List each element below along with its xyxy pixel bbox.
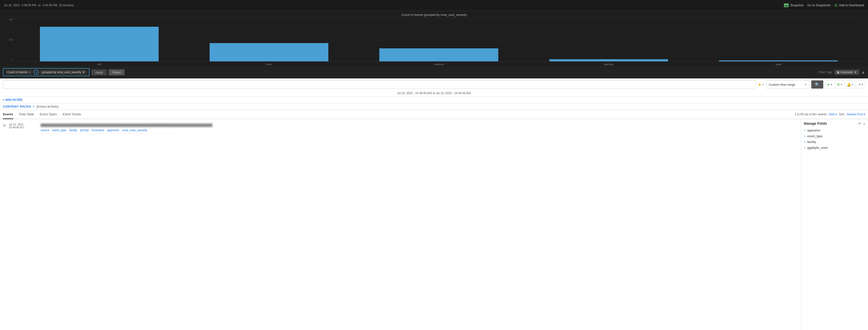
time-range-select[interactable]: Custom time range ▼ (766, 80, 809, 89)
view-dropdown-button[interactable]: View ▾ (828, 113, 837, 116)
star-plus-chevron-icon: ▼ (831, 83, 833, 86)
event-field-source[interactable]: source (41, 129, 49, 132)
y-axis-mid: 10k (9, 38, 13, 41)
bar-error-label: error (266, 63, 272, 66)
tab-event-trends[interactable]: Event Trends (63, 110, 81, 119)
snapshot-button[interactable]: 📷 Snapshot (784, 3, 803, 7)
add-to-dashboard-button[interactable]: ⊞ Add to Dashboard (834, 3, 864, 7)
event-field-vmw-vsan-severity[interactable]: vmw_vsan_severity (122, 129, 147, 132)
tab-events[interactable]: Events (3, 110, 13, 119)
bar-quiet[interactable]: quiet (693, 18, 863, 61)
chart-type-label: Chart Type (818, 71, 832, 74)
bar-quiet-label: quiet (775, 63, 781, 66)
add-query-field-button[interactable]: + (34, 70, 39, 75)
share-icon: ↗ (858, 83, 861, 86)
dashboard-icon: ⊞ (834, 3, 837, 7)
extract-fields-button[interactable]: (Extract all fields) (36, 105, 58, 108)
chart-title: Count of events grouped by vmw_esxi_seve… (5, 13, 863, 17)
collapse-chart-button[interactable]: ▲ (861, 70, 865, 74)
main-content: ⚙ Jul 10, 2023 15:44:45.817 ████████████… (0, 119, 868, 330)
bars-container: info error verbose warning quiet (14, 18, 863, 61)
bar-warning-label: warning (604, 63, 613, 66)
camera-icon: 📷 (784, 3, 789, 7)
event-field-event-type[interactable]: event_type (52, 129, 66, 132)
sort-label: Sort: (839, 113, 845, 116)
filter-bar: + ADD FILTER (0, 97, 868, 103)
field-plus-gigabyte-used-icon[interactable]: + (804, 146, 806, 149)
share-icon-button[interactable]: ↗ ▼ (856, 80, 865, 89)
field-plus-event-type-icon[interactable]: + (804, 134, 806, 138)
star-chevron-icon: ▼ (762, 83, 764, 86)
list-item: + facility (804, 139, 865, 145)
bar-info-label: info (97, 63, 101, 66)
chart-type-value: Automatic (840, 71, 853, 74)
bar-info[interactable]: info (14, 18, 184, 61)
field-appname-label: appname (807, 129, 820, 132)
grouped-by-dropdown[interactable]: grouped by vmw_esxi_severity ▼ (40, 70, 87, 75)
query-controls-group: Count of events ▼ + grouped by vmw_esxi_… (3, 68, 89, 76)
time-range-label: Custom time range (769, 83, 795, 86)
bar-error[interactable]: error (184, 18, 354, 61)
y-axis-bottom: 0 (11, 58, 13, 61)
search-icon: 🔍 (815, 82, 820, 87)
time-end: 3:44:45 PM (42, 4, 57, 7)
expand-icon[interactable]: » (863, 121, 865, 126)
saved-searches-button[interactable]: ★ ▼ (758, 82, 764, 87)
bar-info-rect (40, 27, 159, 61)
chart-type-chevron-icon: ▼ (854, 71, 857, 74)
field-facility-label: facility (807, 140, 816, 144)
event-field-facility[interactable]: facility (69, 129, 77, 132)
manage-fields-title: Manage Fields (804, 121, 827, 126)
bell-chevron-icon: ▼ (851, 83, 854, 86)
top-toolbar: Jul 10, 2023 3:39:45 PM to 3:44:45 PM (5… (0, 0, 868, 10)
share-chevron-icon: ▼ (861, 83, 863, 86)
toolbar-icons: ★ ▼ ⊞ ▼ 🔔 ▼ ↗ ▼ (825, 80, 865, 89)
bar-warning[interactable]: warning (524, 18, 693, 61)
apply-button[interactable]: Apply (91, 69, 107, 75)
event-field-hostname[interactable]: hostname (92, 129, 104, 132)
time-range-display: Jul 10, 2023 3:39:45 PM to 3:44:45 PM (5… (4, 4, 73, 7)
y-axis-top: 20k (9, 18, 13, 21)
search-button[interactable]: 🔍 (811, 80, 823, 89)
chart-type-dropdown[interactable]: ▦ Automatic ▼ (834, 70, 859, 75)
reset-button[interactable]: Reset (108, 69, 125, 75)
field-plus-facility-icon[interactable]: + (804, 140, 806, 144)
search-input[interactable] (5, 83, 754, 86)
field-event-type-label: event_type (807, 134, 823, 138)
search-time-end: Jul 10, 2023 , 15:44:45.832 (436, 91, 471, 95)
bar-error-rect (210, 43, 328, 61)
edit-icon[interactable]: ✏ (858, 121, 861, 126)
goto-snapshots-button[interactable]: Go to Snapshots (807, 3, 831, 7)
event-date: Jul 10, 2023 (9, 123, 38, 126)
sort-dropdown-button[interactable]: Newest First ▾ (847, 113, 865, 116)
event-field-priority[interactable]: priority (80, 129, 89, 132)
list-item: + event_type (804, 133, 865, 139)
tab-field-table[interactable]: Field Table (19, 110, 34, 119)
list-item: + appname (804, 127, 865, 133)
alert-icon-button[interactable]: 🔔 ▼ (845, 80, 855, 89)
field-plus-appname-icon[interactable]: + (804, 128, 806, 132)
add-filter-button[interactable]: + ADD FILTER (3, 98, 22, 102)
grid-line-bottom (14, 61, 863, 62)
search-time-start: Jul 10, 2023 , 15:39:45.833 (397, 91, 432, 95)
search-bar: ★ ▼ Custom time range ▼ 🔍 ★ ▼ ⊞ ▼ 🔔 ▼ ↗ … (0, 79, 868, 90)
table-row: ⚙ Jul 10, 2023 15:44:45.817 ████████████… (3, 121, 798, 134)
search-time-to: to (433, 91, 435, 95)
tab-event-types[interactable]: Event Types (40, 110, 57, 119)
chart-type-bar-icon: ▦ (837, 71, 839, 74)
bar-verbose[interactable]: verbose (354, 18, 524, 61)
star-plus-icon: ★ (827, 83, 830, 86)
search-input-wrapper (3, 80, 756, 89)
count-of-events-label: Count of events (7, 71, 27, 74)
content-packs-chevron-icon: ▾ (33, 105, 34, 108)
event-field-appname[interactable]: appname (107, 129, 119, 132)
add-dashboard-label: Add to Dashboard (839, 3, 864, 7)
add-panel-icon-button[interactable]: ⊞ ▼ (835, 80, 844, 89)
add-to-dashboard-icon-button[interactable]: ★ ▼ (825, 80, 834, 89)
content-packs-button[interactable]: CONTENT PACKS (3, 105, 31, 108)
event-settings-icon[interactable]: ⚙ (3, 123, 6, 127)
goto-snapshots-label: Go to Snapshots (807, 3, 831, 7)
sort-chevron-icon: ▾ (864, 113, 865, 116)
count-of-events-dropdown[interactable]: Count of events ▼ (5, 70, 33, 75)
time-to: to (38, 4, 41, 7)
